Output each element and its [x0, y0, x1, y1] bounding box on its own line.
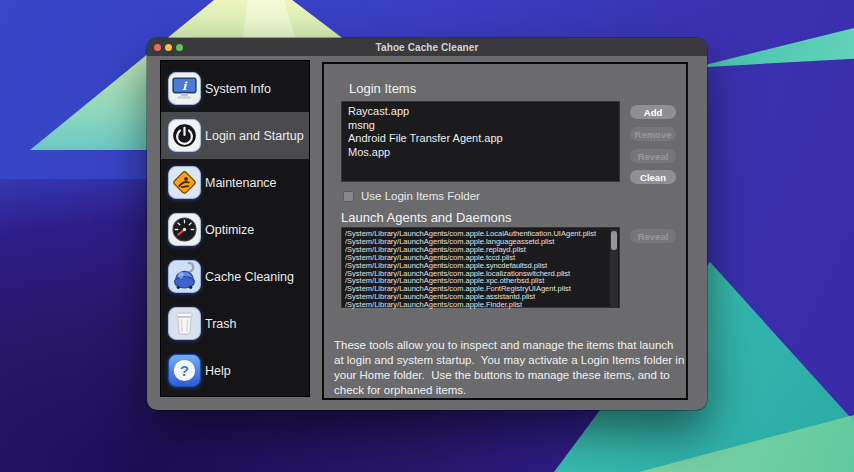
- login-item[interactable]: Android File Transfer Agent.app: [348, 132, 613, 146]
- sidebar-item-login-and-startup[interactable]: Login and Startup: [161, 112, 309, 159]
- launch-agent-item[interactable]: /System/Library/LaunchAgents/com.apple.r…: [345, 246, 616, 254]
- sidebar-item-maintenance[interactable]: Maintenance: [161, 159, 309, 206]
- sidebar-item-label: Maintenance: [205, 176, 277, 190]
- use-login-items-folder-checkbox[interactable]: [343, 191, 354, 202]
- sidebar-item-optimize[interactable]: Optimize: [161, 206, 309, 253]
- maintenance-icon: [166, 165, 202, 201]
- sidebar-item-cache-cleaning[interactable]: Cache Cleaning: [161, 253, 309, 300]
- use-login-items-folder-row: Use Login Items Folder: [343, 190, 480, 202]
- power-icon: [166, 118, 202, 154]
- launch-agent-item[interactable]: /System/Library/LaunchAgents/com.apple.l…: [345, 238, 616, 246]
- window-title: Tahoe Cache Cleaner: [147, 42, 707, 53]
- main-panel: Login Items Raycast.app msng Android Fil…: [322, 62, 688, 400]
- clean-button[interactable]: Clean: [630, 170, 676, 184]
- sidebar-item-label: Login and Startup: [205, 129, 304, 143]
- launch-agent-item[interactable]: /System/Library/LaunchAgents/com.apple.a…: [345, 293, 616, 301]
- sidebar-item-label: Cache Cleaning: [205, 270, 294, 284]
- remove-button[interactable]: Remove: [630, 127, 676, 141]
- reveal-launch-agent-button[interactable]: Reveal: [630, 229, 676, 243]
- login-item[interactable]: Mos.app: [348, 146, 613, 160]
- launch-agent-item[interactable]: /System/Library/LaunchAgents/com.apple.s…: [345, 262, 616, 270]
- sidebar-item-label: Help: [205, 364, 231, 378]
- launch-agents-list[interactable]: /System/Library/LaunchAgents/com.apple.L…: [341, 227, 620, 308]
- titlebar[interactable]: Tahoe Cache Cleaner: [147, 38, 707, 56]
- launch-agents-scrollbar[interactable]: [610, 229, 618, 308]
- sidebar-item-help[interactable]: ? Help: [161, 347, 309, 394]
- sidebar: i System Info Login and Startup: [160, 60, 310, 397]
- add-button[interactable]: Add: [630, 105, 676, 119]
- trash-icon: [166, 306, 202, 342]
- sidebar-item-label: Optimize: [205, 223, 254, 237]
- sidebar-item-system-info[interactable]: i System Info: [161, 65, 309, 112]
- help-icon: ?: [166, 353, 202, 389]
- login-item[interactable]: Raycast.app: [348, 105, 613, 119]
- login-items-list[interactable]: Raycast.app msng Android File Transfer A…: [341, 101, 620, 182]
- app-window: Tahoe Cache Cleaner i System Info: [147, 38, 707, 410]
- optimize-icon: [166, 212, 202, 248]
- section-description: These tools allow you to inspect and man…: [334, 338, 686, 398]
- launch-agent-item[interactable]: /System/Library/LaunchAgents/com.apple.F…: [345, 285, 616, 293]
- svg-text:?: ?: [179, 362, 188, 379]
- scrollbar-thumb[interactable]: [611, 231, 617, 250]
- launch-agent-item[interactable]: /System/Library/LaunchAgents/com.apple.F…: [345, 301, 616, 309]
- reveal-login-item-button[interactable]: Reveal: [630, 149, 676, 163]
- system-info-icon: i: [166, 71, 202, 107]
- login-item[interactable]: msng: [348, 119, 613, 133]
- launch-agent-item[interactable]: /System/Library/LaunchAgents/com.apple.l…: [345, 270, 616, 278]
- use-login-items-folder-label: Use Login Items Folder: [361, 190, 480, 202]
- launch-agent-item[interactable]: /System/Library/LaunchAgents/com.apple.x…: [345, 277, 616, 285]
- desktop-wallpaper: Tahoe Cache Cleaner i System Info: [0, 0, 854, 472]
- wallpaper-teal-band-top: [694, 28, 854, 92]
- sidebar-item-label: System Info: [205, 82, 271, 96]
- login-items-heading: Login Items: [349, 81, 416, 96]
- sidebar-item-label: Trash: [205, 317, 237, 331]
- launch-agents-heading: Launch Agents and Daemons: [341, 210, 512, 225]
- launch-agent-item[interactable]: /System/Library/LaunchAgents/com.apple.L…: [345, 230, 616, 238]
- cache-cleaning-icon: [166, 259, 202, 295]
- launch-agent-item[interactable]: /System/Library/LaunchAgents/com.apple.t…: [345, 254, 616, 262]
- sidebar-item-trash[interactable]: Trash: [161, 300, 309, 347]
